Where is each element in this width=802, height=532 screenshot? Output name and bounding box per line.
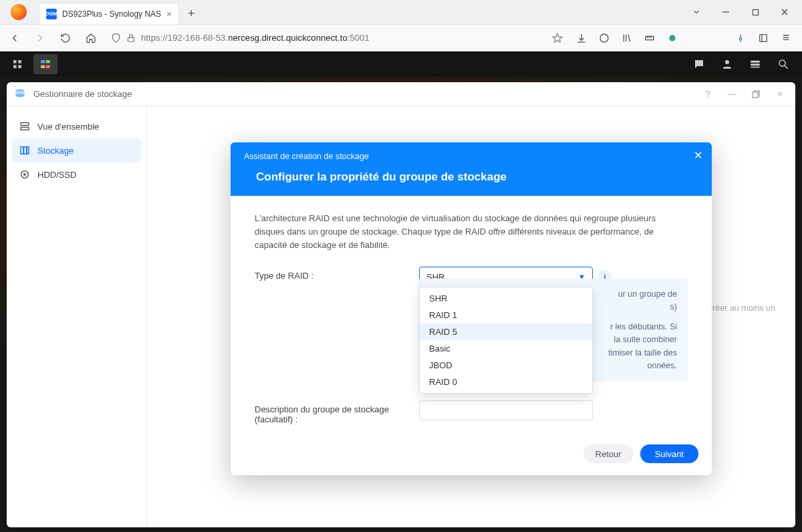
browser-tab[interactable]: DSM DS923Plus - Synology NAS × [39,3,179,24]
svg-point-30 [779,60,785,66]
raid-option[interactable]: Basic [420,340,592,357]
sidebar-item-overview[interactable]: Vue d'ensemble [12,114,141,138]
dsm-favicon-icon: DSM [46,9,57,19]
raid-option[interactable]: JBOD [420,357,592,374]
window-close-icon[interactable]: × [771,86,789,103]
window-help-icon[interactable]: ? [699,86,716,103]
storage-icon [19,144,31,156]
extension-icon[interactable] [595,29,614,47]
dialog-description: L'architecture RAID est une technologie … [255,212,688,252]
svg-point-16 [739,37,742,40]
svg-line-31 [785,65,788,69]
dialog-footer: Retour Suivant [231,435,712,475]
svg-line-10 [628,34,630,41]
svg-rect-29 [751,67,760,68]
sidebar-item-storage[interactable]: Stockage [12,138,141,162]
ext-pin-icon[interactable] [731,29,750,47]
new-tab-button[interactable]: + [182,4,200,23]
sidebar-label-overview: Vue d'ensemble [37,122,99,132]
raid-option[interactable]: RAID 5 [420,323,592,340]
window-close-button[interactable] [770,3,799,21]
svg-marker-5 [553,33,561,42]
main-area: uillez créer au moins un Assistant de cr… [147,106,795,527]
lock-icon[interactable] [126,33,136,43]
window-minimize-button[interactable] [711,3,741,21]
nav-back-button[interactable] [4,27,25,49]
svg-point-7 [600,34,608,42]
ruler-icon[interactable] [640,29,659,47]
app-menu-icon[interactable]: ≡ [777,29,795,47]
dsm-chat-icon[interactable] [686,54,712,74]
window-maximize-button[interactable] [741,3,770,21]
tab-close-icon[interactable]: × [166,9,172,19]
svg-point-40 [21,171,29,178]
svg-point-15 [669,35,675,41]
downloads-icon[interactable] [572,29,591,47]
svg-rect-17 [760,34,767,41]
window-minimize-icon[interactable]: — [723,86,741,103]
dsm-taskbar [0,51,802,77]
browser-chrome: DSM DS923Plus - Synology NAS × + [0,0,802,51]
svg-rect-37 [21,147,23,154]
raid-option[interactable]: SHR [420,290,592,307]
dsm-main-menu-icon[interactable] [5,54,29,74]
svg-rect-39 [27,147,29,154]
svg-rect-36 [21,127,29,130]
shield-icon[interactable] [111,33,121,43]
sidebar-label-hdd-ssd: HDD/SSD [37,170,77,180]
ext-avatar-icon[interactable] [686,29,704,47]
extensions-menu-icon[interactable] [754,29,773,47]
window-titlebar[interactable]: Gestionnaire de stockage ? — × [7,82,795,106]
svg-point-26 [725,60,729,64]
dsm-widgets-icon[interactable] [742,54,769,74]
raid-option[interactable]: RAID 1 [420,307,592,323]
svg-rect-20 [13,65,17,68]
description-input[interactable] [419,400,593,420]
hdd-icon [19,168,31,180]
url-bar[interactable]: https://192-168-68-53.nercesg.direct.qui… [106,28,568,48]
library-icon[interactable] [618,29,636,47]
svg-rect-38 [24,147,27,154]
svg-rect-23 [46,60,50,63]
svg-rect-19 [18,60,21,63]
svg-rect-25 [46,65,50,69]
storage-manager-icon [13,88,27,101]
next-button[interactable]: Suivant [640,444,698,463]
nav-home-button[interactable] [80,27,102,49]
svg-point-41 [24,174,26,176]
ext-alert-icon[interactable] [708,29,727,47]
bookmark-star-icon[interactable] [552,33,563,43]
dialog-subtitle: Assistant de création de stockage [244,152,698,161]
description-label: Description du groupe de stockage (facul… [255,400,406,424]
nav-forward-button[interactable] [29,27,51,49]
raid-option[interactable]: RAID 0 [420,374,592,390]
firefox-logo-icon [11,4,27,20]
sidebar: Vue d'ensemble Stockage HDD/SSD [7,106,147,527]
sidebar-item-hdd-ssd[interactable]: HDD/SSD [12,162,141,186]
svg-rect-27 [751,61,760,63]
dsm-search-icon[interactable] [770,54,797,74]
svg-rect-35 [21,123,29,126]
back-button[interactable]: Retour [583,444,634,463]
tabs-overflow-icon[interactable] [682,7,711,17]
browser-toolbar: https://192-168-68-53.nercesg.direct.qui… [0,24,802,51]
dsm-root: Gestionnaire de stockage ? — × Vue d'ens… [0,51,802,532]
url-text: https://192-168-68-53.nercesg.direct.qui… [141,33,547,43]
dialog-close-button[interactable]: ✕ [694,149,702,162]
dsm-user-icon[interactable] [714,54,741,74]
dsm-task-storage-manager-icon[interactable] [33,54,57,74]
svg-rect-28 [751,63,760,65]
svg-rect-24 [41,65,45,69]
svg-rect-18 [13,60,17,63]
window-maximize-icon[interactable] [747,86,765,103]
overview-icon [19,120,31,132]
nav-reload-button[interactable] [55,27,76,49]
ext-green-icon[interactable] [663,29,682,47]
svg-rect-1 [753,9,758,15]
svg-rect-34 [753,92,758,98]
dialog-body: L'architecture RAID est une technologie … [231,196,712,435]
tab-strip: DSM DS923Plus - Synology NAS × + [0,0,802,24]
dsm-desktop: Gestionnaire de stockage ? — × Vue d'ens… [0,77,802,532]
storage-manager-window: Gestionnaire de stockage ? — × Vue d'ens… [7,82,795,527]
raid-type-label: Type de RAID : [255,267,406,281]
